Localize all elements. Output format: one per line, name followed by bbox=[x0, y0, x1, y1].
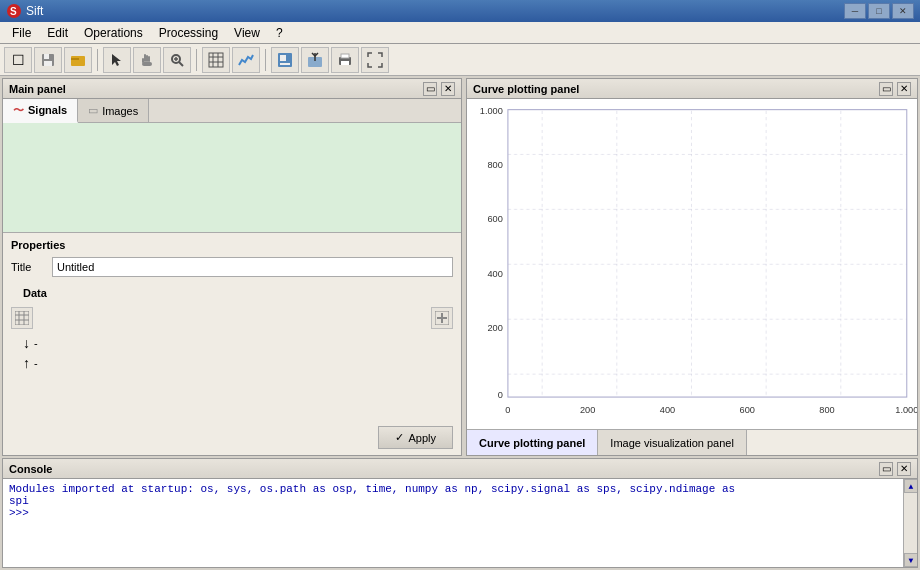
plot-svg: 1.000 800 600 400 200 0 0 200 400 600 80… bbox=[467, 99, 917, 429]
apply-label: Apply bbox=[408, 432, 436, 444]
print-button[interactable] bbox=[331, 47, 359, 73]
main-panel-close-button[interactable]: ✕ bbox=[441, 82, 455, 96]
save-button[interactable] bbox=[34, 47, 62, 73]
svg-rect-24 bbox=[280, 63, 290, 65]
svg-rect-17 bbox=[209, 53, 223, 67]
menu-file[interactable]: File bbox=[4, 24, 39, 42]
table-button[interactable] bbox=[202, 47, 230, 73]
console-body[interactable]: Modules imported at startup: os, sys, os… bbox=[3, 479, 917, 567]
svg-text:400: 400 bbox=[660, 404, 675, 415]
data-section-label: Data bbox=[23, 287, 453, 299]
signal-list-area[interactable] bbox=[3, 123, 461, 233]
svg-text:1.000: 1.000 bbox=[895, 404, 917, 415]
svg-text:600: 600 bbox=[740, 404, 755, 415]
curve-panel-close-button[interactable]: ✕ bbox=[897, 82, 911, 96]
main-panel-header: Main panel ▭ ✕ bbox=[3, 79, 461, 99]
curve-bottom-tabs: Curve plotting panel Image visualization… bbox=[467, 429, 917, 455]
scroll-down-arrow[interactable]: ▼ bbox=[904, 553, 917, 567]
menu-operations[interactable]: Operations bbox=[76, 24, 151, 42]
chart-button[interactable] bbox=[232, 47, 260, 73]
curve-panel-controls: ▭ ✕ bbox=[879, 82, 911, 96]
curve-panel: Curve plotting panel ▭ ✕ bbox=[466, 78, 918, 456]
console-output-line1: Modules imported at startup: os, sys, os… bbox=[9, 483, 911, 495]
new-document-button[interactable]: ☐ bbox=[4, 47, 32, 73]
titlebar-title: Sift bbox=[26, 4, 43, 18]
svg-rect-9 bbox=[146, 55, 148, 62]
svg-text:1.000: 1.000 bbox=[480, 105, 503, 116]
menu-help[interactable]: ? bbox=[268, 24, 291, 42]
main-panel-controls: ▭ ✕ bbox=[423, 82, 455, 96]
down-row: ↓ - bbox=[23, 333, 453, 353]
menubar: File Edit Operations Processing View ? bbox=[0, 22, 920, 44]
menu-processing[interactable]: Processing bbox=[151, 24, 226, 42]
main-panel: Main panel ▭ ✕ 〜 Signals ▭ Images bbox=[2, 78, 462, 456]
svg-rect-6 bbox=[71, 58, 79, 60]
minimize-button[interactable]: ─ bbox=[844, 3, 866, 19]
signal-save-button[interactable] bbox=[271, 47, 299, 73]
tab-images[interactable]: ▭ Images bbox=[78, 99, 149, 122]
console-controls: ▭ ✕ bbox=[879, 462, 911, 476]
scroll-track bbox=[904, 493, 917, 553]
console-scrollbar[interactable]: ▲ ▼ bbox=[903, 479, 917, 567]
tab-signals[interactable]: 〜 Signals bbox=[3, 99, 78, 123]
console-prompt[interactable]: >>> bbox=[9, 507, 911, 519]
apply-check-icon: ✓ bbox=[395, 431, 404, 444]
open-button[interactable] bbox=[64, 47, 92, 73]
tab-image-visualization[interactable]: Image visualization panel bbox=[598, 430, 747, 455]
signals-tab-icon: 〜 bbox=[13, 103, 24, 118]
curve-plotting-tab-label: Curve plotting panel bbox=[479, 437, 585, 449]
main-panel-restore-button[interactable]: ▭ bbox=[423, 82, 437, 96]
svg-rect-5 bbox=[71, 56, 85, 66]
svg-text:200: 200 bbox=[487, 322, 502, 333]
toolbar-separator-1 bbox=[97, 49, 98, 71]
close-button[interactable]: ✕ bbox=[892, 3, 914, 19]
content-area: Main panel ▭ ✕ 〜 Signals ▭ Images bbox=[0, 76, 920, 570]
panels-row: Main panel ▭ ✕ 〜 Signals ▭ Images bbox=[0, 76, 920, 458]
tab-curve-plotting[interactable]: Curve plotting panel bbox=[467, 430, 598, 455]
svg-text:400: 400 bbox=[487, 268, 502, 279]
console-close-button[interactable]: ✕ bbox=[897, 462, 911, 476]
title-field-label: Title bbox=[11, 261, 46, 273]
svg-marker-7 bbox=[112, 54, 121, 66]
svg-text:800: 800 bbox=[819, 404, 834, 415]
properties-title: Properties bbox=[11, 239, 453, 251]
svg-rect-10 bbox=[148, 56, 150, 62]
data-grid-row bbox=[11, 303, 453, 333]
cursor-button[interactable] bbox=[103, 47, 131, 73]
image-visualization-tab-label: Image visualization panel bbox=[610, 437, 734, 449]
down-arrow-icon: ↓ bbox=[23, 335, 30, 351]
app-icon: S bbox=[6, 3, 22, 19]
curve-panel-restore-button[interactable]: ▭ bbox=[879, 82, 893, 96]
console-output-line2: spi bbox=[9, 495, 911, 507]
up-dash-label: - bbox=[34, 357, 38, 369]
console-title: Console bbox=[9, 463, 52, 475]
scroll-up-arrow[interactable]: ▲ bbox=[904, 479, 917, 493]
zoom-button[interactable] bbox=[163, 47, 191, 73]
menu-edit[interactable]: Edit bbox=[39, 24, 76, 42]
hand-button[interactable] bbox=[133, 47, 161, 73]
down-dash-label: - bbox=[34, 337, 38, 349]
apply-button[interactable]: ✓ Apply bbox=[378, 426, 453, 449]
properties-section: Properties Title Data bbox=[3, 233, 461, 455]
data-grid-icon[interactable] bbox=[11, 307, 33, 329]
data-section: Data ↓ - ↑ - bbox=[11, 287, 453, 373]
data-add-icon[interactable] bbox=[431, 307, 453, 329]
svg-rect-8 bbox=[144, 54, 146, 62]
svg-rect-12 bbox=[142, 62, 152, 66]
svg-text:800: 800 bbox=[487, 159, 502, 170]
titlebar-controls: ─ □ ✕ bbox=[844, 3, 914, 19]
console-restore-button[interactable]: ▭ bbox=[879, 462, 893, 476]
images-tab-icon: ▭ bbox=[88, 104, 98, 117]
title-row: Title bbox=[11, 257, 453, 277]
export-button[interactable] bbox=[301, 47, 329, 73]
toolbar-separator-2 bbox=[196, 49, 197, 71]
images-tab-label: Images bbox=[102, 105, 138, 117]
fullscreen-button[interactable] bbox=[361, 47, 389, 73]
maximize-button[interactable]: □ bbox=[868, 3, 890, 19]
svg-rect-4 bbox=[44, 61, 52, 66]
console-header: Console ▭ ✕ bbox=[3, 459, 917, 479]
title-input[interactable] bbox=[52, 257, 453, 277]
main-panel-title: Main panel bbox=[9, 83, 66, 95]
signals-tab-label: Signals bbox=[28, 104, 67, 116]
menu-view[interactable]: View bbox=[226, 24, 268, 42]
